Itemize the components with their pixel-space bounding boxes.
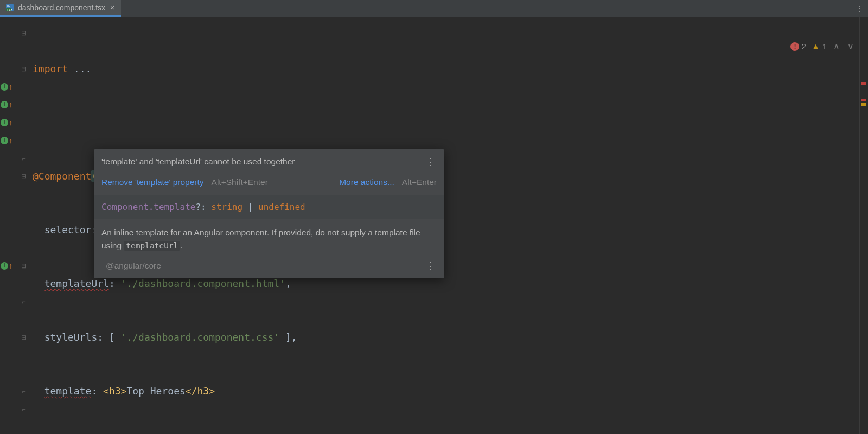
code-token: </h3> (186, 385, 215, 397)
sig-token: ?: (195, 202, 206, 212)
shortcut-label: Alt+Enter (402, 177, 437, 187)
popup-menu-icon[interactable]: ⋮ (423, 156, 437, 168)
gutter-change-icon[interactable]: ↑ (1, 257, 17, 275)
code-token: import (33, 63, 74, 74)
code-token: ... (74, 63, 92, 74)
sig-token: undefined (258, 202, 305, 212)
error-count[interactable]: !2 (790, 42, 806, 51)
code-token: styleUrls: [ (44, 331, 121, 343)
fold-end-icon[interactable]: ⌐ (20, 382, 28, 400)
doc-source: @angular/core (106, 261, 423, 271)
warning-count-value: 1 (822, 42, 827, 51)
sig-token: string (211, 202, 242, 212)
code-token: : (109, 278, 121, 289)
svg-text:TSX: TSX (7, 8, 13, 11)
popup-doc: An inline template for an Angular compon… (94, 219, 444, 257)
sig-token: | (242, 202, 258, 212)
gutter: ↑ ↑ ↑ ↑ ↑ (0, 17, 18, 434)
sig-token: Component. (101, 202, 154, 212)
popup-signature: Component.template?: string | undefined (94, 195, 444, 219)
error-stripe[interactable] (861, 99, 866, 101)
fold-end-icon[interactable]: ⌐ (20, 292, 28, 310)
code-token: , (285, 278, 291, 289)
doc-code: templateUrl (124, 241, 180, 251)
popup-footer-menu-icon[interactable]: ⋮ (423, 260, 437, 272)
code-token: './dashboard.component.css' (121, 331, 280, 343)
fold-toggle-icon[interactable]: ⊟ (20, 167, 28, 185)
fold-toggle-icon[interactable]: ⊟ (20, 24, 28, 42)
fold-end-icon[interactable]: ⌐ (20, 149, 28, 167)
tab-spacer (121, 0, 852, 17)
tsx-file-icon: TSX (5, 3, 14, 12)
file-tab[interactable]: TSX dashboard.component.tsx × (0, 0, 121, 17)
fold-toggle-icon[interactable]: ⊟ (20, 328, 28, 346)
code-token: Top Heroes (126, 385, 185, 397)
code-token: @Component (33, 170, 91, 182)
gutter-change-icon[interactable]: ↑ (1, 131, 17, 149)
code-token: template (44, 385, 92, 397)
prev-highlight-icon[interactable]: ∧ (832, 41, 841, 52)
next-highlight-icon[interactable]: ∨ (846, 41, 855, 52)
error-icon: ! (790, 42, 799, 51)
code-token: './dashboard.component.html' (121, 278, 285, 289)
tab-bar: TSX dashboard.component.tsx × ⋮ (0, 0, 868, 17)
popup-actions: Remove 'template' property Alt+Shift+Ent… (94, 174, 444, 195)
inspection-widget[interactable]: !2 ▲1 ∧ ∨ (790, 41, 855, 52)
shortcut-label: Alt+Shift+Enter (212, 177, 268, 187)
tab-close-icon[interactable]: × (109, 3, 116, 12)
more-actions-link[interactable]: More actions... (339, 177, 394, 187)
popup-header: 'template' and 'templateUrl' cannot be u… (94, 149, 444, 174)
gutter-change-icon[interactable]: ↑ (1, 78, 17, 95)
gutter-change-icon[interactable]: ↑ (1, 113, 17, 131)
popup-footer: @angular/core ⋮ (94, 257, 444, 278)
tab-filename: dashboard.component.tsx (18, 3, 105, 12)
code-token: : (91, 385, 103, 397)
warning-count[interactable]: ▲1 (812, 42, 827, 52)
popup-title: 'template' and 'templateUrl' cannot be u… (101, 157, 423, 167)
doc-text: . (180, 241, 182, 250)
error-count-value: 2 (801, 42, 806, 51)
fold-toggle-icon[interactable]: ⊟ (20, 60, 28, 78)
tab-overflow-icon[interactable]: ⋮ (852, 0, 868, 17)
warning-stripe[interactable] (861, 103, 866, 106)
code-token: ], (279, 331, 297, 343)
warning-icon: ▲ (812, 42, 820, 52)
fold-column: ⊟ ⊟ ⌐ ⊟ ⊟ ⌐ ⊟ ⌐ ⌐ (18, 17, 29, 434)
error-stripe-gutter[interactable] (859, 17, 868, 434)
code-token: templateUrl (44, 278, 109, 289)
quickfix-remove-template[interactable]: Remove 'template' property (101, 177, 204, 187)
intention-popup: 'template' and 'templateUrl' cannot be u… (94, 149, 444, 278)
code-token: <h3> (103, 385, 126, 397)
error-stripe[interactable] (861, 82, 866, 85)
gutter-change-icon[interactable]: ↑ (1, 95, 17, 113)
fold-toggle-icon[interactable]: ⊟ (20, 257, 28, 275)
fold-end-icon[interactable]: ⌐ (20, 400, 28, 418)
sig-token: template (154, 202, 195, 212)
